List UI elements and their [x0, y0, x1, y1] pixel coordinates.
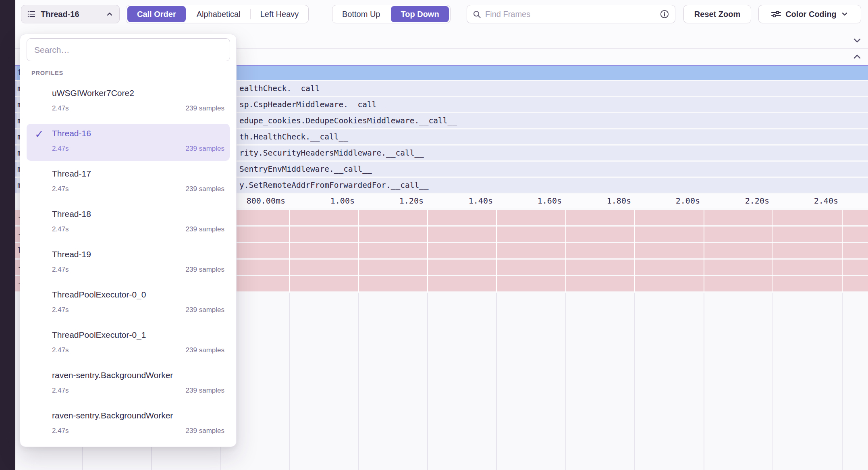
profile-samples: 239 samples	[186, 427, 224, 435]
profile-item[interactable]: ✓ ThreadPoolExecutor-0_1 2.47s 239 sampl…	[20, 324, 236, 364]
profile-item[interactable]: ✓ Thread-17 2.47s 239 samples	[20, 162, 236, 203]
dropdown-search-input[interactable]	[27, 38, 230, 61]
profile-duration: 2.47s	[52, 266, 69, 274]
app-sidebar-strip	[0, 0, 15, 470]
chevron-down-icon	[841, 10, 849, 18]
profile-name: uWSGIWorker7Core2	[52, 88, 134, 98]
profile-item[interactable]: ✓ raven-sentry.BackgroundWorker 2.47s 23…	[20, 404, 236, 445]
gridline	[496, 210, 497, 292]
thread-list-icon	[27, 10, 36, 19]
find-frames-search[interactable]	[467, 5, 675, 23]
profile-name: Thread-18	[52, 209, 91, 219]
profile-samples: 239 samples	[186, 346, 224, 354]
check-icon: ✓	[35, 128, 44, 141]
frame-text: rity.SecurityHeadersMiddleware.__call__	[239, 146, 424, 160]
profile-samples: 239 samples	[186, 185, 224, 193]
profile-samples: 239 samples	[186, 266, 224, 274]
gridline	[772, 293, 773, 470]
axis-tick-label: 2.20s	[701, 194, 769, 208]
profile-name: Thread-19	[52, 250, 91, 259]
gridline	[704, 210, 704, 292]
gridline	[565, 293, 566, 470]
gridline	[496, 293, 497, 470]
axis-tick-label: 1.60s	[493, 194, 562, 208]
axis-tick-label: 1.80s	[563, 194, 631, 208]
profile-item[interactable]: ✓ Thread-18 2.47s 239 samples	[20, 203, 236, 243]
sliders-icon	[771, 10, 781, 19]
profile-name: Thread-17	[52, 169, 91, 179]
profile-duration: 2.47s	[52, 346, 69, 354]
sort-mode-segmented-control: Call Order Alphabetical Left Heavy	[126, 5, 309, 23]
direction-top-down-button[interactable]: Top Down	[391, 6, 449, 22]
direction-segmented-control: Bottom Up Top Down	[332, 5, 451, 23]
profile-duration: 2.47s	[52, 225, 69, 233]
gridline	[842, 210, 843, 292]
axis-tick-label: 1.20s	[355, 194, 424, 208]
gridline	[634, 293, 635, 470]
color-coding-label: Color Coding	[785, 10, 837, 19]
reset-zoom-button[interactable]: Reset Zoom	[683, 5, 751, 23]
find-frames-input[interactable]	[485, 10, 656, 19]
profile-item[interactable]: ✓ uWSGIWorker7Core2 2.47s 239 samples	[20, 82, 236, 122]
axis-tick-label: 2.00s	[631, 194, 700, 208]
chevron-up-icon[interactable]	[852, 52, 862, 62]
gridline	[358, 293, 359, 470]
thread-selector-button[interactable]: Thread-16	[21, 5, 120, 23]
search-icon	[473, 10, 481, 19]
gridline	[565, 210, 566, 292]
gridline	[289, 210, 290, 292]
profile-duration: 2.47s	[52, 185, 69, 193]
axis-tick-label: 1.00s	[286, 194, 355, 208]
profile-name: Thread-16	[52, 129, 91, 138]
frame-text: SentryEnvMiddleware.__call__	[239, 162, 372, 177]
profiles-section-label: PROFILES	[31, 70, 63, 76]
direction-bottom-up-button[interactable]: Bottom Up	[332, 5, 390, 23]
profile-item[interactable]: ✓ ThreadPoolExecutor-0_0 2.47s 239 sampl…	[20, 283, 236, 324]
chevron-down-icon[interactable]	[852, 35, 862, 46]
profile-duration: 2.47s	[52, 306, 69, 314]
gridline	[427, 293, 428, 470]
profile-samples: 239 samples	[186, 387, 224, 395]
gridline	[704, 293, 704, 470]
profile-samples: 239 samples	[186, 104, 224, 112]
profiler-screen: Thread-16 Call Order Alphabetical Left H…	[0, 0, 868, 470]
profile-samples: 239 samples	[186, 306, 224, 314]
thread-dropdown-panel: PROFILES ✓ uWSGIWorker7Core2 2.47s 239 s…	[20, 34, 237, 447]
sort-alphabetical-button[interactable]: Alphabetical	[187, 5, 250, 23]
profile-name: ThreadPoolExecutor-0_1	[52, 330, 146, 340]
frame-text: ealthCheck.__call__	[239, 81, 329, 96]
frame-text: th.HealthCheck.__call__	[239, 129, 348, 144]
gridline	[358, 210, 359, 292]
profile-name: raven-sentry.BackgroundWorker	[52, 370, 173, 380]
profile-item[interactable]: ✓ Thread-19 2.47s 239 samples	[20, 243, 236, 283]
gridline	[842, 293, 843, 470]
profile-item-selected[interactable]: ✓ Thread-16 2.47s 239 samples	[20, 122, 236, 162]
profile-duration: 2.47s	[52, 145, 69, 153]
gridline	[634, 210, 635, 292]
gridline	[427, 210, 428, 292]
profile-duration: 2.47s	[52, 387, 69, 395]
profile-name: ThreadPoolExecutor-0_0	[52, 290, 146, 299]
color-coding-button[interactable]: Color Coding	[758, 5, 861, 23]
profiles-list: ✓ uWSGIWorker7Core2 2.47s 239 samples ✓ …	[20, 82, 236, 445]
axis-tick-label: 2.40s	[770, 194, 838, 208]
thread-selector-label: Thread-16	[41, 10, 79, 19]
profile-duration: 2.47s	[52, 427, 69, 435]
axis-tick-label: 1.40s	[424, 194, 493, 208]
sort-left-heavy-button[interactable]: Left Heavy	[251, 5, 309, 23]
profile-duration: 2.47s	[52, 104, 69, 112]
frame-text: edupe_cookies.DedupeCookiesMiddleware.__…	[239, 113, 457, 128]
frame-text: y.SetRemoteAddrFromForwardedFor.__call__	[239, 178, 429, 193]
profile-item[interactable]: ✓ raven-sentry.BackgroundWorker 2.47s 23…	[20, 364, 236, 404]
gridline	[772, 210, 773, 292]
profile-samples: 239 samples	[186, 225, 224, 233]
frame-text: sp.CspHeaderMiddleware.__call__	[239, 97, 386, 112]
gridline	[289, 293, 290, 470]
sort-call-order-button[interactable]: Call Order	[127, 6, 186, 22]
chevron-up-icon	[106, 10, 114, 18]
profile-samples: 239 samples	[186, 145, 224, 153]
info-icon[interactable]	[660, 9, 669, 19]
profile-name: raven-sentry.BackgroundWorker	[52, 411, 173, 420]
